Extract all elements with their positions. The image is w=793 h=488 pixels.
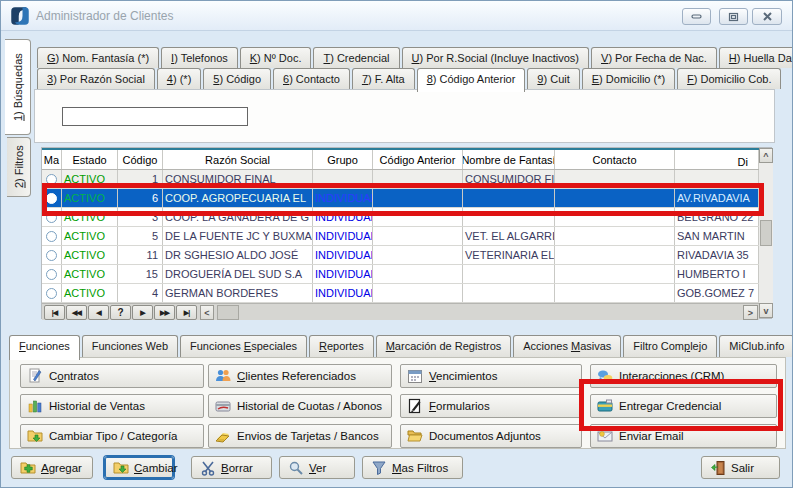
cell-codigo: 15 (118, 265, 163, 283)
clientes-referenciados-button[interactable]: Clientes Referenciados (208, 364, 392, 388)
enviar-email-button[interactable]: Enviar Email (590, 424, 777, 448)
col-header-codigo[interactable]: Código (118, 150, 163, 169)
tab-domicilio[interactable]: E) Domicilio (*) (582, 68, 675, 89)
radio-icon[interactable] (46, 231, 57, 242)
table-row[interactable]: ACTIVO 1 CONSUMIDOR FINAL CONSUMIDOR FIN (42, 170, 759, 189)
tab-codigo[interactable]: 5) Código (203, 68, 271, 89)
close-button[interactable] (752, 8, 782, 25)
col-header-codigo-anterior[interactable]: Código Anterior (373, 150, 463, 169)
nav-forward-button[interactable]: ▶▶ (154, 305, 175, 320)
sidebar-tab-filtros[interactable]: 2) Filtros (7, 137, 31, 197)
radio-icon[interactable] (46, 269, 57, 280)
col-header-razon-social[interactable]: Razón Social (163, 150, 313, 169)
nav-next-button[interactable]: ▶ (132, 305, 153, 320)
envios-tarjetas-button[interactable]: Envios de Tarjetas / Bancos (208, 424, 392, 448)
vscroll-up-arrow[interactable]: ^ (759, 148, 773, 163)
nav-last-button[interactable]: ▶| (176, 305, 197, 320)
tab-funciones-web[interactable]: Funciones Web (82, 335, 178, 357)
vertical-scrollbar[interactable]: ^ v (759, 148, 773, 318)
tab-codigo-anterior[interactable]: 8) Código Anterior (417, 68, 526, 92)
vencimientos-button[interactable]: Vencimientos (400, 364, 582, 388)
users-icon (215, 368, 231, 384)
hscroll-right-arrow[interactable]: > (743, 305, 758, 320)
tab-domicilio-cob[interactable]: F) Domicilio Cob. (677, 68, 781, 89)
salir-button[interactable]: Salir (701, 456, 780, 479)
minimize-button[interactable] (682, 8, 711, 25)
tab-por-razon-social[interactable]: 3) Por Razón Social (37, 68, 155, 89)
radio-icon[interactable] (46, 212, 57, 223)
tab-nom-fantasia[interactable]: G) Nom. Fantasía (*) (37, 47, 159, 68)
documentos-adjuntos-button[interactable]: Documentos Adjuntos (400, 424, 582, 448)
cell-razon-social: COOP. LA GANADERA DE G (163, 208, 313, 226)
tab-reportes[interactable]: Reportes (309, 335, 374, 357)
col-header-direccion[interactable]: Di (675, 150, 759, 169)
mas-filtros-button[interactable]: Mas Filtros (362, 456, 463, 479)
col-header-estado[interactable]: Estado (62, 150, 118, 169)
tab-acciones-masivas[interactable]: Acciones Masivas (513, 335, 621, 357)
col-header-nombre-fantasia[interactable]: Nombre de Fantasí (463, 150, 555, 169)
cambiar-tipo-categoria-button[interactable]: Cambiar Tipo / Categoría (20, 424, 204, 448)
cambiar-label: Cambiar (134, 462, 177, 474)
form-pen-icon (407, 398, 423, 414)
col-header-grupo[interactable]: Grupo (313, 150, 373, 169)
minimize-icon (691, 12, 702, 21)
table-row[interactable]: ACTIVO 5 DE LA FUENTE JC Y BUXMA INDIVID… (42, 227, 759, 246)
cell-razon-social: DROGUERÍA DEL SUD S.A (163, 265, 313, 283)
tab-miclub-info[interactable]: MiClub.info (719, 335, 793, 357)
folder-arrow-icon (113, 460, 129, 476)
nav-first-button[interactable]: |◀ (44, 305, 65, 320)
tab-funciones-especiales[interactable]: Funciones Especiales (180, 335, 307, 357)
table-row[interactable]: ACTIVO 11 DR SGHESIO ALDO JOSÉ INDIVIDUA… (42, 246, 759, 265)
cell-razon-social: DR SGHESIO ALDO JOSÉ (163, 246, 313, 264)
radio-icon[interactable] (46, 250, 57, 261)
vencimientos-label: Vencimientos (429, 370, 497, 382)
historial-ventas-button[interactable]: Historial de Ventas (20, 394, 204, 418)
tab-marcacion-registros[interactable]: Marcación de Registros (376, 335, 512, 357)
cambiar-button[interactable]: Cambiar (104, 456, 174, 479)
search-input[interactable] (62, 107, 248, 126)
interacciones-crm-button[interactable]: Interacciones (CRM) (590, 364, 777, 388)
tab-funciones[interactable]: Funciones (9, 335, 80, 360)
hscroll-left-arrow[interactable]: < (200, 305, 214, 320)
tab-asterisco[interactable]: 4) (*) (157, 68, 201, 89)
tab-filtro-complejo[interactable]: Filtro Complejo (623, 335, 717, 357)
historial-cuotas-button[interactable]: Historial de Cuotas / Abonos (208, 394, 392, 418)
grid-navigation-bar: |◀ ◀◀ ◀ ? ▶ ▶▶ ▶| < > (42, 303, 759, 320)
nav-prev-button[interactable]: ◀ (88, 305, 109, 320)
table-row[interactable]: ACTIVO 4 GERMAN BORDERES INDIVIDUAL GOB.… (42, 284, 759, 303)
agregar-button[interactable]: Agregar (11, 456, 93, 479)
col-header-marca[interactable]: Ma (42, 150, 62, 169)
tab-por-fecha-nac[interactable]: V) Por Fecha de Nac. (591, 47, 717, 68)
vscroll-thumb[interactable] (760, 220, 772, 246)
borrar-button[interactable]: Borrar (191, 456, 272, 479)
contratos-button[interactable]: Contratos (20, 364, 204, 388)
cell-codigo: 11 (118, 246, 163, 264)
col-header-contacto[interactable]: Contacto (555, 150, 675, 169)
tab-f-alta[interactable]: 7) F. Alta (352, 68, 415, 89)
hscroll-thumb[interactable] (217, 305, 239, 320)
tab-telefonos[interactable]: I) Telefonos (161, 47, 238, 68)
radio-icon[interactable] (46, 174, 57, 185)
maximize-button[interactable] (719, 8, 748, 25)
ver-button[interactable]: Ver (279, 456, 355, 479)
nav-rewind-button[interactable]: ◀◀ (66, 305, 87, 320)
table-row[interactable]: ACTIVO 15 DROGUERÍA DEL SUD S.A INDIVIDU… (42, 265, 759, 284)
radio-icon[interactable] (46, 288, 57, 299)
tab-credencial[interactable]: T) Credencial (313, 47, 399, 68)
radio-selected-icon[interactable] (46, 193, 57, 204)
nav-search-button[interactable]: ? (110, 305, 131, 320)
contratos-label: Contratos (49, 370, 99, 382)
sidebar-tab-busquedas[interactable]: 1) Búsquedas (5, 39, 31, 135)
tab-por-rsocial[interactable]: U) Por R.Social (Incluye Inactivos) (402, 47, 590, 68)
formularios-button[interactable]: Formularios (400, 394, 582, 418)
table-row-selected[interactable]: ACTIVO 6 COOP. AGROPECUARIA EL INDIVIDUA… (42, 189, 759, 208)
cell-grupo (313, 170, 373, 188)
entregar-credencial-button[interactable]: Entregar Credencial (590, 394, 777, 418)
table-row[interactable]: ACTIVO 3 COOP. LA GANADERA DE G INDIVIDU… (42, 208, 759, 227)
tab-cuit[interactable]: 9) Cuit (527, 68, 579, 89)
tab-huella-dactilar[interactable]: H) Huella Dactilar (719, 47, 793, 68)
vscroll-down-arrow[interactable]: v (759, 303, 773, 318)
title-bar[interactable]: Administrador de Clientes (1, 1, 792, 31)
tab-contacto[interactable]: 6) Contacto (273, 68, 350, 89)
tab-nro-doc[interactable]: K) Nº Doc. (240, 47, 312, 68)
